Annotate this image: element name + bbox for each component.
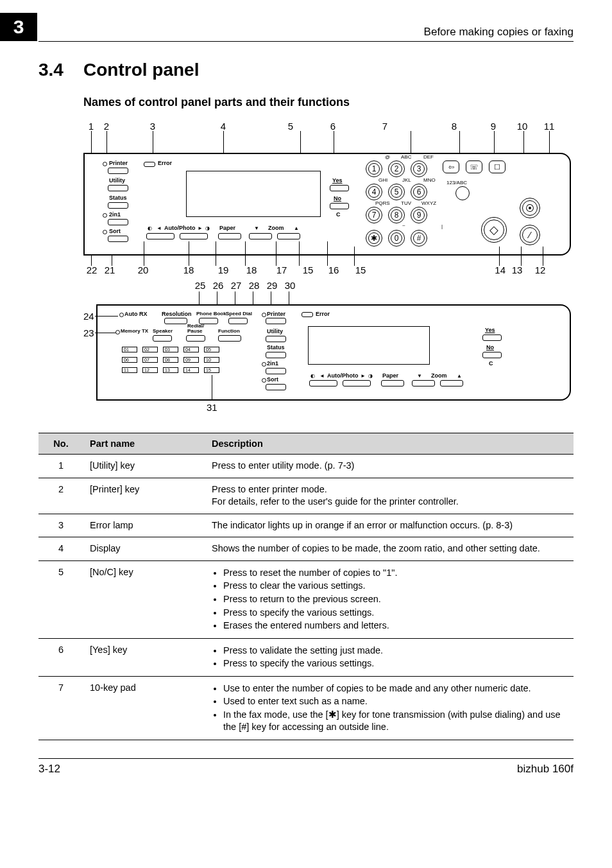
sort-key-b[interactable] xyxy=(266,384,286,390)
utility-key[interactable] xyxy=(108,185,128,191)
keypad-6[interactable]: 6 xyxy=(411,184,427,200)
display-screen xyxy=(186,171,321,217)
paper-key[interactable] xyxy=(218,233,241,239)
cell-desc: Shows the number of copies to be made, t… xyxy=(205,537,574,561)
zoom-down-key[interactable] xyxy=(249,233,272,239)
density-left-key[interactable] xyxy=(146,233,174,239)
cell-desc: Press to validate the setting just made.… xyxy=(205,638,574,676)
keypad-9[interactable]: 9 xyxy=(411,207,427,223)
label-abc: ABC xyxy=(401,154,411,160)
cell-part: Error lamp xyxy=(83,514,205,537)
mode-switch-key[interactable] xyxy=(455,186,470,200)
aux-key-a[interactable]: ⇦ xyxy=(443,161,459,173)
function-key[interactable] xyxy=(218,335,241,342)
status-key[interactable] xyxy=(108,202,128,209)
onedial-06[interactable]: 06 xyxy=(122,357,137,363)
printer-key-b[interactable] xyxy=(266,318,286,324)
density-right-key[interactable] xyxy=(180,233,208,239)
cell-part: [Utility] key xyxy=(83,455,205,478)
zoom-up-key-b[interactable] xyxy=(440,380,463,386)
cell-desc: Press to enter utility mode. (p. 7-3) xyxy=(205,455,574,478)
light-icon: ◑ xyxy=(205,225,210,231)
right-arrow-icon: ► xyxy=(198,225,203,231)
up-arrow-icon-b: ▲ xyxy=(457,373,462,379)
th-no: No. xyxy=(38,433,83,455)
yes-key[interactable] xyxy=(330,185,349,191)
callout-9: 9 xyxy=(479,121,508,132)
tick xyxy=(245,241,246,266)
aux-key-c[interactable]: ☐ xyxy=(489,161,506,173)
keypad-1[interactable]: 1 xyxy=(366,161,382,177)
onedial-03[interactable]: 03 xyxy=(163,347,178,352)
density-right-key-b[interactable] xyxy=(343,380,371,386)
keypad-4[interactable]: 4 xyxy=(366,184,382,200)
onedial-11[interactable]: 11 xyxy=(122,367,137,373)
cell-part: 10-key pad xyxy=(83,676,205,740)
onedial-09[interactable]: 09 xyxy=(183,357,199,363)
zoom-down-key-b[interactable] xyxy=(412,380,435,386)
footer-model: bizhub 160f xyxy=(517,763,574,776)
status-key-b[interactable] xyxy=(266,352,286,358)
yes-key-b[interactable] xyxy=(482,334,502,341)
onedial-08[interactable]: 08 xyxy=(163,357,178,363)
onedial-05[interactable]: 05 xyxy=(204,347,219,352)
page-header-text: Before making copies or faxing xyxy=(38,26,574,39)
keypad-2[interactable]: 2 xyxy=(388,161,405,177)
keypad-8[interactable]: 8 xyxy=(388,207,405,223)
redial-key[interactable] xyxy=(186,335,205,342)
subsection-title: Names of control panel parts and their f… xyxy=(83,96,574,109)
label-phonebook: Phone Book xyxy=(196,311,226,317)
cell-no: 1 xyxy=(38,455,83,478)
density-left-key-b[interactable] xyxy=(309,380,337,386)
onedial-10[interactable]: 10 xyxy=(204,357,219,363)
onedial-12[interactable]: 12 xyxy=(142,367,158,373)
speaker-key[interactable] xyxy=(153,335,172,342)
keypad-star[interactable]: ✱ xyxy=(366,230,382,247)
callout-10: 10 xyxy=(508,121,536,132)
tick xyxy=(144,241,144,266)
onedial-07[interactable]: 07 xyxy=(142,357,158,363)
onedial-14[interactable]: 14 xyxy=(183,367,199,373)
section-name: Control panel xyxy=(83,60,199,80)
cell-desc: Press to reset the number of copies to "… xyxy=(205,560,574,638)
keypad-7[interactable]: 7 xyxy=(366,207,382,223)
desc-bullet: Press to specify the various settings. xyxy=(223,607,567,620)
2in1-key[interactable] xyxy=(108,219,128,225)
keypad-3[interactable]: 3 xyxy=(411,161,427,177)
2in1-key-b[interactable] xyxy=(266,368,286,374)
down-arrow-icon: ▼ xyxy=(254,225,259,231)
onedial-02[interactable]: 02 xyxy=(142,347,158,352)
keypad-hash[interactable]: # xyxy=(411,230,427,247)
label-c-b: C xyxy=(489,360,493,367)
zoom-up-key[interactable] xyxy=(277,233,300,239)
paper-key-b[interactable] xyxy=(381,380,404,386)
no-key[interactable] xyxy=(330,203,349,209)
utility-key-b[interactable] xyxy=(266,336,286,342)
start-key[interactable]: ◇ xyxy=(481,217,507,243)
label-wxyz: WXYZ xyxy=(421,200,436,206)
stop-key[interactable]: ⁄ xyxy=(520,225,540,245)
th-desc: Description xyxy=(205,433,574,455)
aux-key-b[interactable]: ☏ xyxy=(466,161,482,173)
onedial-13[interactable]: 13 xyxy=(163,367,178,373)
table-row: 1[Utility] keyPress to enter utility mod… xyxy=(38,455,574,478)
onedial-15[interactable]: 15 xyxy=(204,367,219,373)
diagram-lower-panel: 24 23 Auto RX Resolution Phone Book Spee… xyxy=(83,291,574,413)
callout-4: 4 xyxy=(191,121,255,132)
resolution-key[interactable] xyxy=(164,318,187,324)
tick xyxy=(189,241,189,266)
tick xyxy=(354,247,355,266)
keypad-5[interactable]: 5 xyxy=(388,184,405,200)
keypad-0[interactable]: 0 xyxy=(388,230,405,247)
onedial-01[interactable]: 01 xyxy=(122,347,137,352)
speeddial-key[interactable] xyxy=(228,318,248,324)
onedial-04[interactable]: 04 xyxy=(183,347,199,352)
sort-key[interactable] xyxy=(108,236,128,242)
printer-key[interactable] xyxy=(108,168,128,174)
tick xyxy=(91,254,92,266)
label-utility-b: Utility xyxy=(267,328,283,334)
callout-25: 25 xyxy=(191,280,209,291)
left-arrow-icon-b: ◄ xyxy=(319,373,325,379)
reset-key[interactable]: ⦿ xyxy=(520,198,540,218)
no-key-b[interactable] xyxy=(482,352,502,358)
